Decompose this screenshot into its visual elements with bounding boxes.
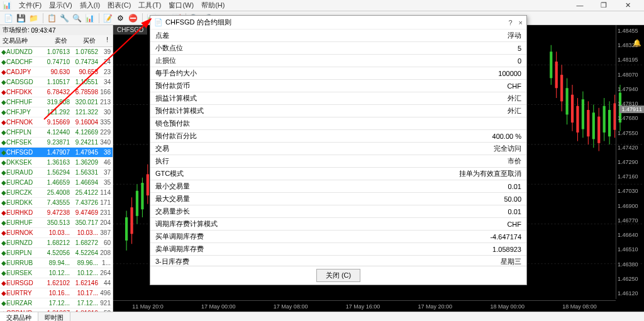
separator [142,13,143,23]
spec-row: 锁仓预付款 [150,117,526,130]
svg-rect-29 [582,99,584,129]
spec-value: 5 [338,42,526,55]
col-ask[interactable]: 买价 [70,35,98,46]
market-row[interactable]: ◆ EURRUB 89.94... 89.96... 1... [0,258,113,268]
close-button[interactable]: 关闭 (C) [316,269,360,282]
market-row[interactable]: ◆ CHFHUF 319.808 320.021 213 [0,97,113,107]
spec-value: 1.058923 [338,243,526,256]
spec-row: 卖单调期库存费1.058923 [150,243,526,256]
strategy-tester-icon[interactable]: 🔍 [71,13,82,24]
window-restore-icon[interactable]: ❐ [597,1,610,9]
profile-icon[interactable]: 📁 [28,13,39,24]
spec-value: 外汇 [338,92,526,105]
svg-rect-13 [141,183,143,209]
dialog-body[interactable]: 点差浮动小数点位5止损位0每手合约大小100000预付款货币CHF损益计算模式外… [150,30,526,266]
market-row[interactable]: ◆ CADSGD 1.10517 1.10551 34 [0,77,113,87]
ask-cell: 89.96... [70,259,98,266]
direction-icon: ◆ [1,149,6,156]
dialog-help-icon[interactable]: ? [508,19,512,26]
spec-key: 交易量步长 [150,205,338,218]
market-row[interactable]: ◆ GBPAUD 1.81867 1.81919 52 [0,308,113,312]
menu-window[interactable]: 窗口(W) [169,1,194,10]
spread-cell: 60 [98,239,111,246]
window-min-icon[interactable]: — [574,1,586,9]
menu-insert[interactable]: 插入(I) [80,1,100,10]
spec-value: -4.647174 [338,231,526,243]
market-watch-icon[interactable]: 📋 [46,13,57,24]
market-row[interactable]: ◆ CHFNOK 9.15669 9.16004 335 [0,117,113,128]
direction-icon: ◆ [1,129,6,136]
spread-cell: 340 [98,139,111,146]
svg-rect-21 [560,75,563,101]
spread-cell: 24 [98,58,111,65]
spec-value: 100000 [338,67,526,80]
tab-symbols[interactable]: 交易品种 [0,312,38,321]
spec-key: 最大交易量 [150,193,338,205]
svg-rect-35 [597,117,600,143]
alarm-icon[interactable]: 🔔 [633,39,641,48]
market-row[interactable]: ◆ EURNOK 10.03... 10.03... 387 [0,228,113,238]
symbol-cell: EURNOK [6,229,42,236]
symbol-cell: EURRUB [6,259,42,266]
market-row[interactable]: ◆ EURTRY 10.16... 10.17... 496 [0,288,113,298]
spread-cell: 171 [98,199,111,206]
market-row[interactable]: ◆ DKKSEK 1.36163 1.36209 46 [0,158,113,168]
market-row[interactable]: ◆ CHFDKK 6.78432 6.78598 166 [0,87,113,97]
market-row[interactable]: ◆ EURHKD 9.47238 9.47469 231 [0,208,113,218]
spread-cell: 23 [98,68,111,75]
spread-cell: 46 [98,159,111,166]
market-row[interactable]: ◆ EURZAR 17.12... 17.12... 921 [0,298,113,308]
market-row[interactable]: ◆ EURSEK 10.12... 10.12... 264 [0,268,113,278]
symbol-cell: CHFHUF [6,99,42,106]
dialog-titlebar[interactable]: 📄 CHFSGD 的合约细则 ? × [150,16,526,30]
save-icon[interactable]: 💾 [15,13,26,24]
menu-file[interactable]: 文件(F) [19,1,42,10]
new-order-icon[interactable]: 📝 [102,13,113,24]
window-close-icon[interactable]: ✕ [621,1,634,9]
col-bid[interactable]: 卖价 [42,35,70,46]
market-row[interactable]: ◆ AUDNZD 1.07613 1.07652 39 [0,47,113,57]
direction-icon: ◆ [1,189,6,196]
contract-spec-dialog: 📄 CHFSGD 的合约细则 ? × 点差浮动小数点位5止损位0每手合约大小10… [150,15,527,285]
col-spread[interactable]: ! [98,35,111,46]
data-window-icon[interactable]: 📊 [84,13,95,24]
direction-icon: ◆ [1,179,6,186]
market-row[interactable]: ◆ EURNZD 1.68212 1.68272 60 [0,238,113,248]
market-row[interactable]: ◆ CHFSEK 9.23871 9.24211 340 [0,138,113,148]
market-row[interactable]: ◆ EURSGD 1.62102 1.62146 44 [0,278,113,288]
metaeditor-icon[interactable]: ⚙ [114,13,126,24]
tab-tick-chart[interactable]: 即时图 [38,312,70,321]
menu-view[interactable]: 显示(V) [49,1,72,10]
market-row[interactable]: ◆ CHFSGD 1.47907 1.47945 38 [0,148,113,158]
menu-chart[interactable]: 图表(C) [108,1,131,10]
market-row[interactable]: ◆ EURCAD 1.46659 1.46694 35 [0,178,113,188]
market-row[interactable]: ◆ CADCHF 0.74710 0.74734 24 [0,57,113,67]
x-tick: 17 May 08:00 [274,303,308,310]
new-chart-icon[interactable]: 📄 [3,13,14,24]
spread-cell: 264 [98,269,111,276]
market-row[interactable]: ◆ EURPLN 4.52056 4.52264 208 [0,248,113,258]
market-row[interactable]: ◆ CHFPLN 4.12440 4.12669 229 [0,128,113,138]
ask-cell: 350.717 [70,219,98,226]
direction-icon: ◆ [1,119,6,126]
market-row[interactable]: ◆ EURAUD 1.56294 1.56331 37 [0,168,113,178]
menu-tools[interactable]: 工具(T) [138,1,161,10]
symbol-cell: CADSGD [6,79,42,85]
market-row[interactable]: ◆ EURDKK 7.43555 7.43726 171 [0,198,113,208]
market-row[interactable]: ◆ CHFJPY 121.292 121.322 30 [0,107,113,117]
navigator-icon[interactable]: 🔧 [58,13,70,24]
ask-cell: 1.56331 [70,169,98,176]
dialog-close-icon[interactable]: × [519,19,523,26]
spec-value: 外汇 [338,105,526,117]
ask-cell: 6.78598 [70,89,98,95]
autotrading-icon[interactable]: ⛔ [127,13,138,24]
market-row[interactable]: ◆ EURCZK 25.4008 25.4122 114 [0,188,113,198]
market-row[interactable]: ◆ CADJPY 90.630 90.653 23 [0,67,113,77]
spec-value: 市价 [338,155,526,168]
market-rows[interactable]: ◆ AUDNZD 1.07613 1.07652 39◆ CADCHF 0.74… [0,47,113,312]
spec-value: CHF [338,218,526,231]
menu-help[interactable]: 帮助(H) [201,1,225,10]
market-row[interactable]: ◆ EURHUF 350.513 350.717 204 [0,218,113,228]
col-symbol[interactable]: 交易品种 [0,35,42,46]
spread-cell: 44 [98,280,111,286]
